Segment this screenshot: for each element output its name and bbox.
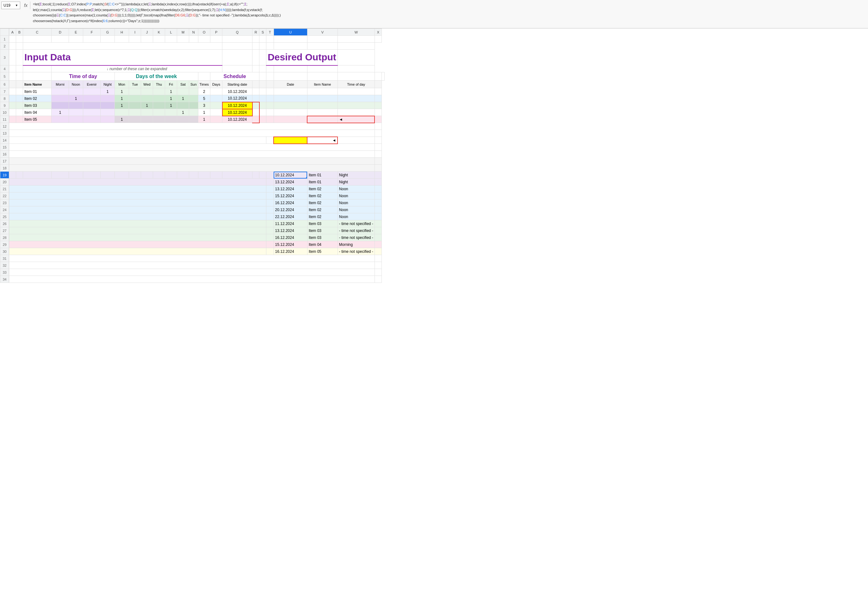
cell-p1[interactable] <box>210 36 222 43</box>
cell-q1[interactable] <box>222 36 253 43</box>
cell-u9[interactable] <box>274 102 307 109</box>
cell-row15[interactable] <box>9 144 375 151</box>
cell-s11[interactable] <box>259 116 267 123</box>
cell-x26[interactable] <box>375 220 381 227</box>
cell-u7[interactable] <box>274 88 307 95</box>
col-header-u[interactable]: U <box>274 29 307 36</box>
cell-x6[interactable] <box>375 80 381 88</box>
cell-x29[interactable] <box>375 241 381 248</box>
cell-x28[interactable] <box>375 234 381 241</box>
cell-c19[interactable] <box>23 172 51 179</box>
cell-s19[interactable] <box>259 172 267 179</box>
cell-row28-left[interactable] <box>9 234 267 241</box>
cell-b8[interactable] <box>16 95 23 102</box>
cell-w9[interactable] <box>338 102 375 109</box>
cell-x25[interactable] <box>375 213 381 220</box>
cell-e1[interactable] <box>69 36 83 43</box>
cell-t19[interactable] <box>267 172 274 179</box>
cell-x2[interactable] <box>338 43 375 49</box>
col-header-e[interactable]: E <box>69 29 83 36</box>
cell-x10[interactable] <box>375 109 381 116</box>
cell-s9[interactable] <box>259 102 267 109</box>
cell-t22[interactable] <box>267 192 274 199</box>
cell-a4[interactable] <box>9 65 16 73</box>
col-header-m[interactable]: M <box>177 29 189 36</box>
cell-w1[interactable] <box>338 36 375 43</box>
cell-b1[interactable] <box>16 36 23 43</box>
cell-t27[interactable] <box>267 227 274 234</box>
cell-x27[interactable] <box>375 227 381 234</box>
cell-t11[interactable] <box>267 116 274 123</box>
col-header-s[interactable]: S <box>259 29 267 36</box>
cell-b11[interactable] <box>16 116 23 123</box>
col-header-n[interactable]: N <box>189 29 198 36</box>
cell-h19[interactable] <box>115 172 129 179</box>
cell-x15[interactable] <box>375 144 381 151</box>
cell-v7[interactable] <box>307 88 338 95</box>
cell-a1[interactable] <box>9 36 16 43</box>
cell-t5[interactable] <box>274 73 307 80</box>
cell-t9[interactable] <box>267 102 274 109</box>
cell-s2[interactable] <box>253 43 259 49</box>
cell-t23[interactable] <box>267 199 274 206</box>
cell-v1[interactable] <box>307 36 338 43</box>
cell-row25-left[interactable] <box>9 213 267 220</box>
cell-u8[interactable] <box>274 95 307 102</box>
cell-s8[interactable] <box>259 95 267 102</box>
col-header-c[interactable]: C <box>23 29 51 36</box>
cell-w10[interactable] <box>338 109 375 116</box>
cell-r8[interactable] <box>253 95 259 102</box>
cell-n19[interactable] <box>189 172 198 179</box>
cell-r3[interactable] <box>222 49 253 65</box>
cell-w11[interactable]: ◄ <box>338 116 375 123</box>
cell-v9[interactable] <box>307 102 338 109</box>
cell-row33[interactable] <box>9 269 375 276</box>
cell-w8[interactable] <box>338 95 375 102</box>
cell-x3[interactable] <box>338 49 375 65</box>
cell-t6[interactable] <box>267 80 274 88</box>
cell-w5[interactable] <box>375 73 381 80</box>
cell-v8[interactable] <box>307 95 338 102</box>
cell-r5[interactable] <box>259 73 267 80</box>
cell-u11[interactable] <box>274 116 307 123</box>
cell-row16[interactable] <box>9 151 375 158</box>
cell-row34[interactable] <box>9 276 375 283</box>
cell-x16[interactable] <box>375 151 381 158</box>
cell-k19[interactable] <box>153 172 165 179</box>
col-header-o[interactable]: O <box>198 29 210 36</box>
cell-a19[interactable] <box>9 172 16 179</box>
cell-b2[interactable] <box>16 43 23 49</box>
col-header-v[interactable]: V <box>307 29 338 36</box>
col-header-j[interactable]: J <box>141 29 153 36</box>
cell-row30-left[interactable] <box>9 248 267 255</box>
cell-row21-left[interactable] <box>9 186 267 192</box>
cell-t21[interactable] <box>267 186 274 192</box>
cell-x24[interactable] <box>375 206 381 213</box>
cell-x12[interactable] <box>375 123 381 130</box>
cell-row18[interactable] <box>9 165 375 172</box>
cell-j19[interactable] <box>141 172 153 179</box>
cell-r1[interactable] <box>253 36 259 43</box>
cell-a9[interactable] <box>9 102 16 109</box>
cell-r9[interactable] <box>253 102 259 109</box>
col-header-r[interactable]: R <box>253 29 259 36</box>
cell-t26[interactable] <box>267 220 274 227</box>
cell-x34[interactable] <box>375 276 381 283</box>
cell-c4[interactable] <box>23 65 51 73</box>
cell-p19[interactable] <box>210 172 222 179</box>
cell-t8[interactable] <box>267 95 274 102</box>
cell-b6[interactable] <box>16 80 23 88</box>
cell-row24-left[interactable] <box>9 206 267 213</box>
cell-v2[interactable] <box>274 43 307 49</box>
cell-m19[interactable] <box>177 172 189 179</box>
cell-row27-left[interactable] <box>9 227 267 234</box>
cell-s7[interactable] <box>259 88 267 95</box>
cell-t3[interactable] <box>259 49 267 65</box>
cell-b3[interactable] <box>16 49 23 65</box>
cell-n1[interactable] <box>189 36 198 43</box>
cell-b19[interactable] <box>16 172 23 179</box>
col-header-i[interactable]: I <box>129 29 141 36</box>
cell-i19[interactable] <box>129 172 141 179</box>
cell-s4[interactable] <box>253 65 259 73</box>
cell-row31[interactable] <box>9 255 375 262</box>
